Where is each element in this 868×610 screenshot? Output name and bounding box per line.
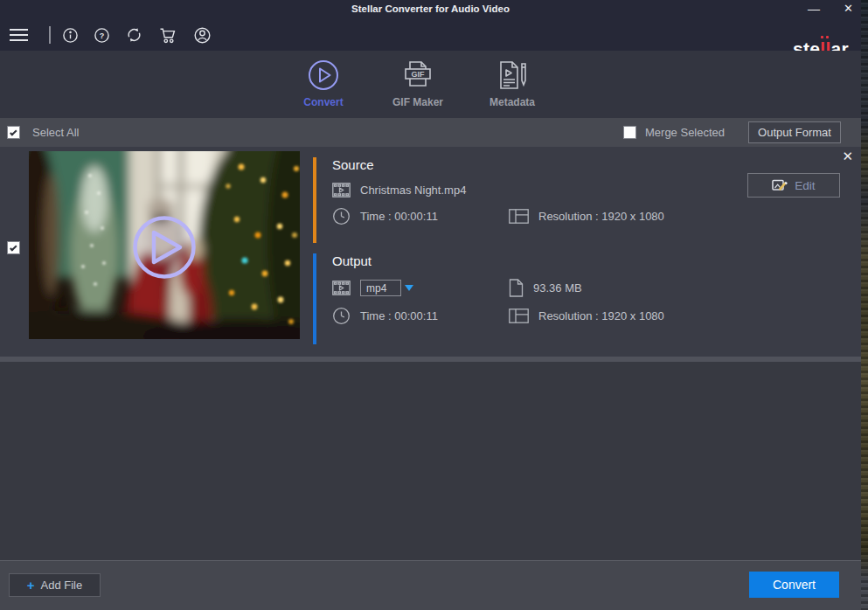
help-icon[interactable]: ? bbox=[94, 28, 109, 43]
remove-file-icon[interactable]: ✕ bbox=[842, 149, 853, 164]
plus-icon: + bbox=[27, 578, 35, 593]
output-accent-bar bbox=[313, 253, 316, 344]
app-window: Stellar Converter for Audio Video — ✕ ? bbox=[0, 0, 868, 610]
convert-button[interactable]: Convert bbox=[749, 572, 839, 598]
output-time: Time : 00:00:11 bbox=[360, 309, 438, 322]
cart-icon[interactable] bbox=[159, 27, 177, 44]
app-frame: Stellar Converter for Audio Video — ✕ ? bbox=[0, 0, 861, 610]
selection-bar: Select All Merge Selected Output Format bbox=[0, 118, 861, 147]
metadata-icon bbox=[496, 57, 529, 94]
output-size: 93.36 MB bbox=[533, 281, 582, 295]
tab-gif-maker-label: GIF Maker bbox=[392, 96, 443, 108]
video-thumbnail[interactable] bbox=[29, 151, 300, 339]
desktop-background-strip bbox=[861, 0, 868, 610]
output-format-button[interactable]: Output Format bbox=[748, 121, 841, 143]
resolution-icon bbox=[509, 308, 529, 323]
tab-convert-label: Convert bbox=[303, 96, 343, 108]
output-format-select[interactable]: mp4 bbox=[360, 280, 401, 296]
film-icon bbox=[332, 281, 351, 295]
output-resolution: Resolution : 1920 x 1080 bbox=[538, 309, 664, 322]
add-file-label: Add File bbox=[41, 579, 83, 592]
close-button[interactable]: ✕ bbox=[844, 3, 853, 14]
tab-convert[interactable]: Convert bbox=[284, 57, 363, 108]
source-time: Time : 00:00:11 bbox=[360, 210, 438, 223]
output-section: Output mp4 93 bbox=[313, 253, 743, 344]
dropdown-arrow-icon[interactable] bbox=[405, 285, 413, 291]
clock-icon bbox=[332, 307, 351, 325]
select-all-checkbox[interactable] bbox=[7, 126, 20, 139]
minimize-button[interactable]: — bbox=[808, 3, 820, 15]
merge-selected-checkbox[interactable] bbox=[623, 126, 636, 139]
toolbar-divider bbox=[49, 26, 51, 44]
convert-play-icon bbox=[307, 57, 340, 94]
edit-icon bbox=[772, 178, 788, 192]
play-overlay-icon bbox=[135, 218, 194, 277]
file-icon bbox=[509, 279, 524, 297]
svg-text:?: ? bbox=[100, 31, 105, 40]
add-file-button[interactable]: + Add File bbox=[9, 573, 101, 597]
tab-metadata-label: Metadata bbox=[490, 96, 535, 108]
source-filename: Christmas Night.mp4 bbox=[360, 184, 466, 197]
output-heading: Output bbox=[332, 253, 743, 268]
clock-icon bbox=[332, 207, 351, 225]
edit-button[interactable]: Edit bbox=[747, 173, 840, 198]
edit-button-label: Edit bbox=[795, 179, 815, 192]
film-icon bbox=[332, 183, 351, 198]
toolbar: ? stellar bbox=[0, 19, 861, 51]
empty-file-area bbox=[0, 362, 861, 560]
account-icon[interactable] bbox=[194, 27, 211, 44]
file-card: Source Christmas Night.mp4 Time : 00:00: bbox=[0, 147, 861, 357]
resolution-icon bbox=[509, 209, 529, 224]
select-all-label: Select All bbox=[32, 126, 79, 139]
merge-selected-label: Merge Selected bbox=[645, 126, 725, 139]
window-title: Stellar Converter for Audio Video bbox=[0, 3, 861, 14]
info-icon[interactable] bbox=[63, 28, 78, 43]
source-section: Source Christmas Night.mp4 Time : 00:00: bbox=[313, 157, 743, 243]
source-heading: Source bbox=[332, 157, 743, 172]
tab-gif-maker[interactable]: GIF GIF Maker bbox=[378, 57, 457, 108]
gif-maker-icon: GIF bbox=[401, 57, 434, 94]
tab-bar: Convert GIF GIF Maker bbox=[0, 51, 861, 118]
file-checkbox[interactable] bbox=[7, 241, 20, 254]
bottom-bar: + Add File Convert bbox=[0, 560, 861, 610]
menu-icon[interactable] bbox=[9, 28, 29, 42]
source-resolution: Resolution : 1920 x 1080 bbox=[538, 210, 664, 223]
svg-text:GIF: GIF bbox=[412, 70, 426, 79]
tab-metadata[interactable]: Metadata bbox=[473, 57, 552, 108]
source-accent-bar bbox=[313, 157, 316, 243]
titlebar: Stellar Converter for Audio Video — ✕ bbox=[0, 0, 861, 19]
refresh-icon[interactable] bbox=[126, 27, 142, 43]
